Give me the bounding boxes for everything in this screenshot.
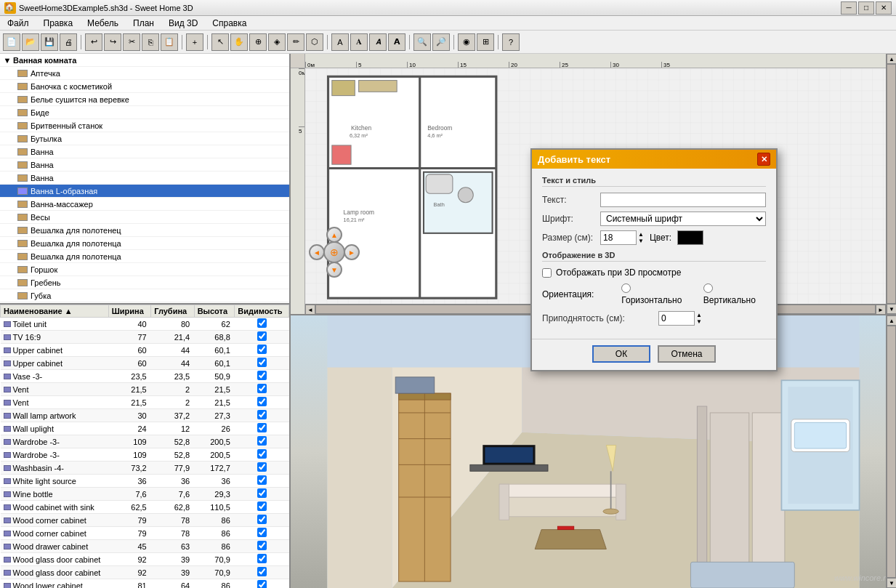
select-button[interactable]: ↖: [211, 33, 229, 51]
table-row[interactable]: White light source363636: [1, 475, 289, 488]
fontb-button[interactable]: 𝘼: [369, 33, 387, 51]
row-visible[interactable]: [235, 370, 289, 383]
tool4-button[interactable]: ◈: [268, 33, 286, 51]
row-visible[interactable]: [235, 331, 289, 344]
add-furniture-button[interactable]: +: [186, 33, 203, 51]
visible-checkbox[interactable]: [257, 462, 267, 472]
row-visible[interactable]: [235, 553, 289, 566]
table-row[interactable]: Wall uplight241226: [1, 422, 289, 435]
row-visible[interactable]: [235, 540, 289, 553]
ok-button[interactable]: ОК: [592, 345, 650, 363]
row-visible[interactable]: [235, 501, 289, 514]
row-visible[interactable]: [235, 488, 289, 501]
tree-item-6[interactable]: Ванна: [0, 145, 289, 158]
zoom-out-button[interactable]: 🔎: [432, 33, 450, 51]
size-input[interactable]: [600, 230, 637, 245]
table-row[interactable]: Washbasin -4-73,277,9172,7: [1, 462, 289, 475]
show-3d-checkbox[interactable]: [542, 268, 552, 278]
text-input[interactable]: [600, 193, 766, 207]
col-header-depth[interactable]: Глубина: [151, 305, 194, 318]
undo-button[interactable]: ↩: [85, 33, 102, 51]
table-row[interactable]: TV 16:97721,468,8: [1, 331, 289, 344]
row-visible[interactable]: [235, 527, 289, 540]
window-controls[interactable]: ─ □ ✕: [841, 1, 892, 15]
print-button[interactable]: 🖨: [60, 33, 77, 51]
table-row[interactable]: Wood lower cabinet816486: [1, 579, 289, 589]
visible-checkbox[interactable]: [257, 345, 267, 354]
tree-item-3[interactable]: Биде: [0, 106, 289, 119]
tree-item-2[interactable]: Белье сушится на веревке: [0, 93, 289, 106]
close-button[interactable]: ✕: [876, 1, 892, 15]
tool3-button[interactable]: ⊕: [249, 33, 267, 51]
tree-item-1[interactable]: Баночка с косметикой: [0, 80, 289, 93]
redo-button[interactable]: ↪: [104, 33, 121, 51]
table-row[interactable]: Vent21,5221,5: [1, 396, 289, 409]
tool6-button[interactable]: ⬡: [306, 33, 323, 51]
table-row[interactable]: Upper cabinet604460,1: [1, 357, 289, 370]
menu-file[interactable]: Файл: [3, 17, 33, 30]
table-row[interactable]: Wood corner cabinet797886: [1, 527, 289, 540]
row-visible[interactable]: [235, 344, 289, 357]
visible-checkbox[interactable]: [257, 554, 267, 563]
visible-checkbox[interactable]: [257, 331, 267, 341]
row-visible[interactable]: [235, 475, 289, 488]
menu-plan[interactable]: План: [129, 17, 158, 30]
col-header-width[interactable]: Ширина: [108, 305, 150, 318]
table-row[interactable]: Wood corner cabinet797886: [1, 514, 289, 527]
row-visible[interactable]: [235, 409, 289, 422]
table-row[interactable]: Vent21,5221,5: [1, 383, 289, 396]
font-select[interactable]: Системный шрифт: [600, 212, 766, 226]
fonts-button[interactable]: 𝗔: [388, 33, 405, 51]
row-visible[interactable]: [235, 383, 289, 396]
menu-help[interactable]: Справка: [208, 17, 251, 30]
row-visible[interactable]: [235, 422, 289, 435]
cancel-button[interactable]: Отмена: [658, 345, 716, 363]
visible-checkbox[interactable]: [257, 371, 267, 380]
visible-checkbox[interactable]: [257, 410, 267, 419]
tree-item-8[interactable]: Ванна: [0, 172, 289, 185]
elevation-input[interactable]: [658, 311, 695, 326]
table-row[interactable]: Upper cabinet604460,1: [1, 344, 289, 357]
horizontal-label[interactable]: Горизонтально: [621, 283, 691, 305]
visible-checkbox[interactable]: [257, 580, 267, 588]
table-row[interactable]: Wood cabinet with sink62,562,8110,5: [1, 501, 289, 514]
text-button[interactable]: A: [331, 33, 349, 51]
size-down-button[interactable]: ▼: [638, 238, 644, 244]
tree-item-5[interactable]: Бутылка: [0, 132, 289, 145]
elevation-up-button[interactable]: ▲: [696, 312, 702, 318]
table-row[interactable]: Wardrobe -3-10952,8200,5: [1, 435, 289, 448]
visible-checkbox[interactable]: [257, 397, 267, 406]
table-row[interactable]: Wood drawer cabinet456386: [1, 540, 289, 553]
visible-checkbox[interactable]: [257, 502, 267, 511]
vertical-radio[interactable]: [703, 283, 713, 293]
tree-item-17[interactable]: Губка: [0, 289, 289, 302]
col-header-name[interactable]: Наименование ▲: [1, 305, 109, 318]
table-row[interactable]: Toilet unit408062: [1, 318, 289, 331]
row-visible[interactable]: [235, 357, 289, 370]
minimize-button[interactable]: ─: [841, 1, 857, 15]
visible-checkbox[interactable]: [257, 475, 267, 485]
table-row[interactable]: Wall lamp artwork3037,227,3: [1, 409, 289, 422]
paste-button[interactable]: 📋: [161, 33, 178, 51]
col-header-visible[interactable]: Видимость: [235, 305, 289, 318]
visible-checkbox[interactable]: [257, 541, 267, 550]
tree-item-4[interactable]: Бритвенный станок: [0, 119, 289, 132]
new-button[interactable]: 📄: [3, 33, 20, 51]
visible-checkbox[interactable]: [257, 528, 267, 537]
visible-checkbox[interactable]: [257, 567, 267, 576]
row-visible[interactable]: [235, 579, 289, 589]
visible-checkbox[interactable]: [257, 358, 267, 367]
help-button[interactable]: ?: [502, 33, 520, 51]
row-visible[interactable]: [235, 462, 289, 475]
view3d-button[interactable]: ◉: [458, 33, 475, 51]
row-visible[interactable]: [235, 318, 289, 331]
tree-category-bathroom[interactable]: ▼ Ванная комната: [0, 54, 289, 67]
zoom-in-button[interactable]: 🔍: [413, 33, 431, 51]
tree-item-11[interactable]: Весы: [0, 211, 289, 224]
tree-item-9[interactable]: Ванна L-образная: [0, 185, 289, 198]
table-row[interactable]: Wardrobe -3-10952,8200,5: [1, 448, 289, 462]
tree-item-10[interactable]: Ванна-массажер: [0, 198, 289, 211]
menu-edit[interactable]: Правка: [39, 17, 78, 30]
visible-checkbox[interactable]: [257, 423, 267, 432]
furniture-tree[interactable]: ▼ Ванная комната Аптечка Баночка с косме…: [0, 54, 289, 305]
